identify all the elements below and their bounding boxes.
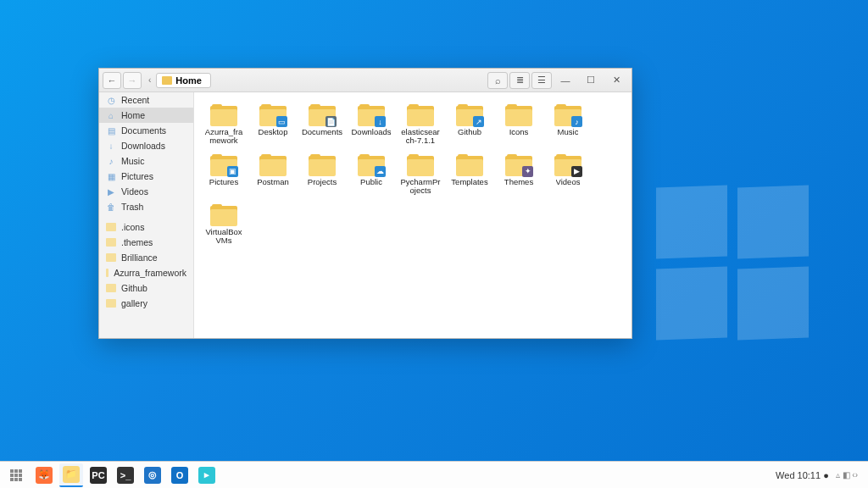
file-manager-window: ← → ‹ Home ⌕ ≣ ☰ — ☐ ✕ ◷Recent⌂Home▤Docu (98, 68, 632, 339)
wallpaper-logo (656, 186, 809, 339)
sidebar-item-videos[interactable]: ▶Videos (99, 184, 193, 199)
sidebar-item-gallery[interactable]: gallery (99, 296, 193, 311)
sidebar-item-label: Videos (121, 186, 148, 197)
link-overlay-icon: ↗ (473, 116, 484, 127)
close-icon: ✕ (613, 75, 620, 86)
file-item-projects[interactable]: Projects (299, 152, 345, 197)
file-label: VirtualBox VMs (203, 228, 245, 246)
document-overlay-icon: 📄 (326, 116, 337, 127)
folder-icon: ✦ (505, 154, 532, 176)
sidebar-item-label: Brilliance (121, 252, 158, 263)
file-label: Desktop (259, 128, 288, 136)
search-button[interactable]: ⌕ (487, 72, 508, 89)
trash-icon: 🗑 (106, 202, 116, 212)
path-separator-icon: ‹ (148, 75, 151, 85)
file-item-elasticsearch-7-1-1[interactable]: elasticsearch-7.1.1 (398, 103, 443, 147)
sidebar-item-recent[interactable]: ◷Recent (99, 92, 193, 108)
file-item-postman[interactable]: Postman (250, 152, 296, 197)
maximize-button[interactable]: ☐ (579, 72, 603, 89)
taskbar-app-outlook[interactable]: O (168, 463, 192, 487)
file-item-themes[interactable]: ✦Themes (496, 152, 542, 197)
files-icon: 📁 (63, 466, 80, 483)
file-item-azurra-framework[interactable]: Azurra_framework (201, 103, 247, 147)
sidebar-item-home[interactable]: ⌂Home (99, 108, 193, 123)
theme-overlay-icon: ✦ (522, 166, 533, 177)
folder-icon: ▶ (554, 154, 581, 176)
file-item-documents[interactable]: 📄Documents (299, 103, 345, 147)
file-item-templates[interactable]: Templates (447, 152, 492, 197)
folder-icon (210, 104, 237, 126)
system-tray[interactable]: Wed 10:11 ● ▵ ◧ ‹› (776, 470, 863, 480)
folder-icon (309, 154, 336, 176)
file-label: Icons (509, 128, 529, 136)
file-label: PycharmProjects (399, 178, 442, 196)
sidebar-item-brilliance[interactable]: Brilliance (99, 250, 193, 265)
sidebar-item-github[interactable]: Github (99, 280, 193, 296)
taskbar-app-settings[interactable]: ◎ (141, 463, 164, 487)
path-label: Home (175, 75, 202, 86)
home-icon: ⌂ (106, 110, 116, 120)
sidebar-item--themes[interactable]: .themes (99, 235, 193, 250)
sidebar-item--icons[interactable]: .icons (99, 219, 193, 235)
file-item-music[interactable]: ♪Music (545, 103, 591, 147)
taskbar-app-files[interactable]: 📁 (59, 463, 83, 487)
taskbar-app-pycharm[interactable]: PC (86, 463, 110, 487)
file-item-downloads[interactable]: ↓Downloads (348, 103, 394, 147)
tray-indicator-icons: ▵ ◧ ‹› (836, 470, 858, 480)
nav-forward-button[interactable]: → (123, 72, 142, 89)
settings-icon: ◎ (144, 467, 161, 484)
music-icon: ♪ (106, 156, 116, 166)
sidebar-item-label: Pictures (121, 171, 153, 181)
video-overlay-icon: ▶ (571, 166, 582, 177)
search-icon: ⌕ (495, 75, 501, 86)
nav-back-button[interactable]: ← (103, 72, 121, 89)
sidebar-item-label: Recent (121, 95, 149, 105)
music-icon: ▸ (198, 467, 215, 484)
file-label: Github (458, 128, 481, 136)
taskbar-app-firefox[interactable]: 🦊 (32, 463, 56, 487)
minimize-button[interactable]: — (554, 72, 577, 89)
sidebar-item-label: Github (121, 283, 147, 293)
folder-icon (505, 104, 532, 126)
firefox-icon: 🦊 (36, 467, 53, 484)
taskbar-app-terminal[interactable]: >_ (114, 463, 137, 487)
sidebar-item-documents[interactable]: ▤Documents (99, 123, 193, 138)
sidebar-item-label: Music (121, 156, 144, 166)
bookmark-icon (106, 299, 116, 308)
file-item-pictures[interactable]: ▣Pictures (201, 152, 247, 197)
folder-icon: ☁ (358, 154, 385, 176)
bookmark-icon (106, 253, 116, 262)
file-item-virtualbox-vms[interactable]: VirtualBox VMs (201, 202, 247, 247)
file-label: Music (558, 128, 579, 136)
file-item-github[interactable]: ↗Github (447, 103, 492, 147)
pycharm-icon: PC (90, 467, 107, 484)
folder-icon (407, 104, 434, 126)
desktop-overlay-icon: ▭ (276, 116, 287, 127)
close-button[interactable]: ✕ (604, 72, 628, 89)
file-item-desktop[interactable]: ▭Desktop (250, 103, 296, 147)
folder-icon: ▭ (259, 104, 287, 126)
sidebar-item-pictures[interactable]: ▦Pictures (99, 169, 193, 184)
file-item-icons[interactable]: Icons (496, 103, 542, 147)
sidebar-item-trash[interactable]: 🗑Trash (99, 199, 193, 214)
sidebar-item-downloads[interactable]: ↓Downloads (99, 138, 193, 153)
outlook-icon: O (171, 467, 188, 484)
sidebar-item-label: .themes (121, 237, 153, 247)
document-icon: ▤ (106, 125, 116, 136)
app-launcher-button[interactable] (5, 464, 27, 486)
folder-icon (210, 204, 237, 226)
clock-icon: ◷ (106, 95, 116, 105)
file-label: Pictures (209, 178, 238, 186)
sidebar-item-azurra-framework[interactable]: Azurra_framework (99, 265, 193, 280)
menu-button[interactable]: ☰ (531, 72, 552, 89)
file-item-public[interactable]: ☁Public (348, 152, 394, 197)
path-bar[interactable]: Home (156, 73, 211, 88)
bookmark-icon (106, 238, 116, 247)
sidebar-item-music[interactable]: ♪Music (99, 153, 193, 169)
file-item-videos[interactable]: ▶Videos (545, 152, 591, 197)
list-view-button[interactable]: ≣ (509, 72, 530, 89)
file-item-pycharmprojects[interactable]: PycharmProjects (398, 152, 443, 197)
folder-icon: 📄 (309, 104, 336, 126)
file-label: Projects (308, 178, 337, 186)
taskbar-app-music[interactable]: ▸ (195, 463, 219, 487)
